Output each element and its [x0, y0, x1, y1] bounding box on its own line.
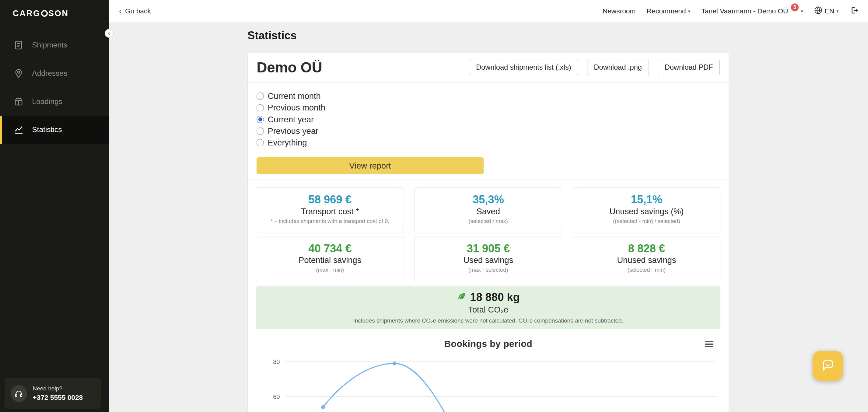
chart-menu-icon[interactable]	[705, 340, 713, 348]
leaf-icon	[457, 291, 466, 303]
globe-icon	[814, 6, 823, 16]
stat-card-used-savings: 31 905 € Used savings (max - selected)	[414, 236, 562, 282]
y-tick-label: 80	[273, 358, 280, 365]
chart-header: Bookings by period	[248, 339, 728, 349]
stat-label: Transport cost *	[256, 207, 404, 216]
co2-top: 18 880 kg	[256, 291, 720, 304]
app-window: CARG SON Shipments Addresses Lo	[0, 0, 868, 412]
addresses-icon	[13, 68, 24, 79]
card-header: Demo OÜ Download shipments list (.xls) D…	[248, 53, 728, 83]
period-label: Everything	[268, 138, 307, 148]
help-box[interactable]: Need help? +372 5555 0028	[5, 378, 101, 409]
co2-value: 18 880 kg	[470, 291, 520, 304]
help-text: Need help? +372 5555 0028	[33, 385, 83, 402]
stat-note: (selected - min)	[573, 267, 720, 273]
chevron-down-icon: ▾	[801, 8, 803, 14]
language-menu[interactable]: EN ▾	[814, 6, 839, 16]
period-radio-everything[interactable]: Everything	[256, 137, 720, 149]
co2-note: Includes shipments where CO₂e emissions …	[256, 317, 720, 324]
period-label: Previous month	[268, 103, 325, 113]
newsroom-label: Newsroom	[602, 7, 636, 15]
sidebar-item-addresses[interactable]: Addresses	[0, 59, 109, 88]
topbar-menu: Newsroom Recommend ▾ Tanel Vaarmann - De…	[602, 6, 858, 16]
chat-icon	[820, 357, 836, 375]
go-back-button[interactable]: ‹ Go back	[119, 7, 151, 15]
data-point-marker[interactable]	[321, 405, 325, 409]
radio-button-icon[interactable]	[256, 104, 264, 112]
stat-label: Unused savings (%)	[573, 207, 720, 216]
download-xls-button[interactable]: Download shipments list (.xls)	[469, 60, 578, 75]
stats-grid: 58 969 € Transport cost * * – includes s…	[256, 187, 720, 282]
radio-button-icon[interactable]	[256, 93, 264, 100]
chevron-down-icon: ▾	[836, 8, 838, 14]
period-radio-current-month[interactable]: Current month	[256, 90, 720, 102]
logo-text-suffix: SON	[48, 8, 68, 18]
stat-value: 8 828 €	[573, 242, 720, 255]
period-radio-previous-month[interactable]: Previous month	[256, 102, 720, 114]
stat-value: 35,3%	[414, 193, 562, 206]
stat-note: (selected / max)	[414, 218, 562, 225]
recommend-label: Recommend	[647, 7, 686, 15]
stat-card-potential-savings: 40 734 € Potential savings (max - min)	[256, 236, 404, 282]
user-menu[interactable]: Tanel Vaarmann - Demo OÜ 5 ▾	[702, 7, 803, 15]
view-report-button[interactable]: View report	[256, 157, 484, 175]
stat-value: 31 905 €	[414, 242, 562, 255]
recommend-menu[interactable]: Recommend ▾	[647, 7, 690, 15]
logout-icon	[850, 6, 858, 16]
radio-button-icon[interactable]	[256, 116, 264, 123]
statistics-card: Demo OÜ Download shipments list (.xls) D…	[247, 53, 729, 412]
stat-value: 58 969 €	[256, 193, 404, 206]
chevron-left-icon: ‹	[108, 30, 110, 36]
stat-note: (max - selected)	[414, 267, 562, 273]
download-png-button[interactable]: Download .png	[587, 60, 649, 75]
download-pdf-button[interactable]: Download PDF	[658, 60, 720, 75]
sidebar-item-loadings[interactable]: Loadings	[0, 87, 109, 116]
cargoson-logo: CARG SON	[0, 0, 109, 20]
stat-label: Used savings	[414, 255, 562, 265]
divider	[248, 180, 728, 180]
period-radio-current-year[interactable]: Current year	[256, 114, 720, 125]
sidebar-item-label: Statistics	[32, 125, 62, 134]
period-label: Current year	[268, 115, 314, 124]
logo-text-prefix: CARG	[13, 8, 40, 18]
period-radio-previous-year[interactable]: Previous year	[256, 125, 720, 137]
y-tick-label: 60	[273, 393, 280, 400]
help-phone: +372 5555 0028	[33, 393, 83, 402]
period-label: Previous year	[268, 126, 318, 136]
chevron-down-icon: ▾	[688, 8, 690, 14]
help-title: Need help?	[33, 385, 83, 392]
bookings-chart: 80 60	[248, 352, 728, 412]
language-label: EN	[825, 7, 835, 15]
stat-card-transport-cost: 58 969 € Transport cost * * – includes s…	[256, 187, 404, 233]
user-name: Tanel Vaarmann - Demo OÜ	[702, 7, 788, 15]
newsroom-link[interactable]: Newsroom	[602, 7, 636, 15]
sidebar-item-label: Addresses	[32, 69, 67, 77]
stat-card-saved: 35,3% Saved (selected / max)	[414, 187, 562, 233]
bookings-series-line	[323, 363, 469, 412]
co2-label: Total CO₂e	[256, 305, 720, 315]
notification-badge: 5	[791, 3, 799, 11]
stat-value: 15,1%	[573, 193, 720, 206]
main-content: Statistics Demo OÜ Download shipments li…	[109, 23, 868, 412]
topbar: ‹ Go back Newsroom Recommend ▾ Tanel Vaa…	[109, 0, 868, 23]
sidebar-item-label: Loadings	[32, 97, 62, 106]
chat-widget-button[interactable]	[813, 351, 843, 381]
stat-label: Unused savings	[573, 255, 720, 265]
download-buttons: Download shipments list (.xls) Download …	[469, 60, 720, 75]
radio-button-icon[interactable]	[256, 139, 264, 146]
logo-o-icon	[41, 10, 48, 17]
sidebar-collapse-button[interactable]: ‹	[105, 29, 114, 38]
sidebar-item-statistics[interactable]: Statistics	[0, 116, 109, 144]
shipments-icon	[13, 39, 24, 51]
stat-value: 40 734 €	[256, 242, 404, 255]
stat-label: Potential savings	[256, 255, 404, 265]
loadings-icon	[13, 96, 24, 107]
chart-title: Bookings by period	[444, 339, 532, 349]
radio-button-icon[interactable]	[256, 127, 264, 135]
sidebar-item-shipments[interactable]: Shipments	[0, 31, 109, 59]
data-point-marker[interactable]	[393, 361, 397, 366]
stat-card-unused-savings: 8 828 € Unused savings (selected - min)	[573, 236, 721, 282]
sidebar-nav: Shipments Addresses Loadings Statistics	[0, 31, 109, 144]
period-label: Current month	[268, 91, 320, 101]
logout-button[interactable]	[850, 6, 858, 16]
